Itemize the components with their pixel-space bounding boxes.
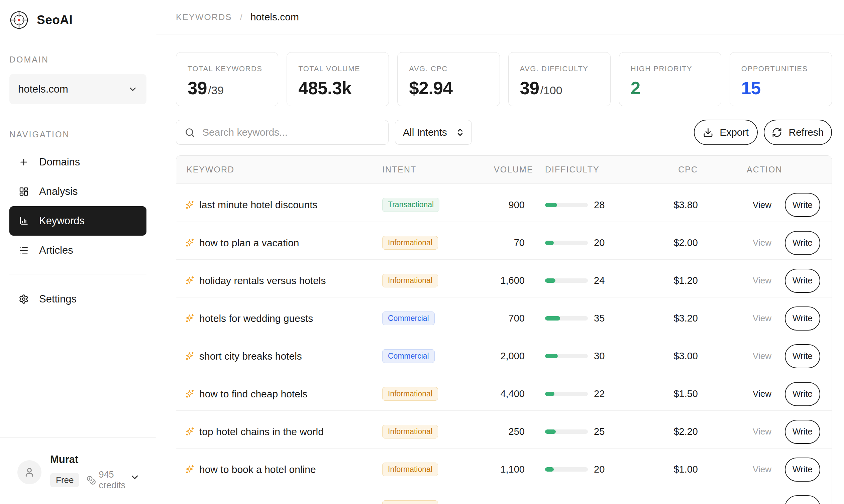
keyword-text: last minute hotel discounts [199,199,318,211]
table-row: holiday rentals versus hotelsInformation… [176,259,832,297]
user-info: Murat Free 945 credits [50,453,129,491]
difficulty-cell: 22 [525,389,651,399]
write-button[interactable]: Write [785,382,820,406]
action-cell: ViewWrite [698,269,832,293]
column-header-volume: VOLUME [494,165,525,175]
bar-chart-icon [19,216,29,226]
sidebar-item-analysis[interactable]: Analysis [10,177,146,206]
sidebar-item-label: Keywords [39,215,85,227]
difficulty-value: 22 [594,389,604,399]
search-box [176,120,389,145]
sparkles-icon [185,465,195,474]
user-icon [23,466,35,478]
action-cell: ViewWrite [698,420,832,444]
user-meta: Free 945 credits [50,470,129,491]
intent-filter-value: All Intents [403,127,447,138]
view-link[interactable]: View [753,313,771,324]
difficulty-cell: 20 [525,464,651,475]
avatar [17,460,41,484]
volume-value: 70 [494,237,525,248]
volume-value: 1,100 [494,464,525,475]
view-link[interactable]: View [753,389,771,399]
keyword-text: how to find cheap hotels [199,389,307,400]
keyword-cell: short city breaks hotels [176,350,382,362]
action-cell: ViewWrite [698,231,832,255]
crosshair-target-icon [10,11,29,30]
column-header-action: ACTION [698,165,832,175]
list-icon [19,245,29,255]
sparkles-icon [185,389,195,399]
volume-value: 900 [494,199,525,211]
view-link[interactable]: View [753,200,771,210]
difficulty-bar-fill [545,203,557,207]
write-button[interactable]: Write [785,344,820,368]
stat-card-value-row: 2 [631,78,709,98]
write-button[interactable]: Write [785,495,820,504]
refresh-button[interactable]: Refresh [764,120,832,145]
view-link[interactable]: View [753,427,771,437]
stat-card: AVG. DIFFICULTY39/100 [508,52,611,106]
table-body: last minute hotel discountsTransactional… [176,184,832,504]
user-menu-chevron-down-icon[interactable] [129,472,140,484]
view-link[interactable]: View [753,351,771,361]
write-button[interactable]: Write [785,193,820,217]
difficulty-cell: 35 [525,313,651,324]
intent-badge: Commercial [382,311,435,325]
intent-cell: Commercial [382,311,494,325]
stat-card: AVG. CPC$2.94 [397,52,499,106]
intent-cell: Informational [382,236,494,250]
sidebar-item-settings[interactable]: Settings [10,284,146,314]
export-button[interactable]: Export [694,120,758,145]
difficulty-bar-fill [545,467,554,472]
gear-icon [19,294,29,304]
difficulty-value: 30 [594,350,604,362]
keyword-cell: hotels for wedding guests [176,313,382,324]
intent-cell: Informational [382,274,494,287]
view-link[interactable]: View [753,238,771,248]
difficulty-bar [545,467,588,472]
keyword-cell: top hotel chains in the world [176,426,382,437]
intent-badge: Informational [382,387,438,401]
difficulty-cell: 24 [525,275,651,286]
nav-section: NAVIGATION DomainsAnalysisKeywordsArticl… [0,116,156,265]
stat-card-value: 39 [520,78,539,98]
action-cell: ViewWrite [698,382,832,406]
domain-select[interactable]: hotels.com [10,74,146,104]
write-button[interactable]: Write [785,306,820,330]
stat-card: HIGH PRIORITY2 [619,52,721,106]
column-header-keyword: KEYWORD [176,165,382,175]
sidebar-item-label: Articles [39,244,73,256]
write-button[interactable]: Write [785,269,820,293]
write-button[interactable]: Write [785,231,820,255]
search-input[interactable] [202,127,385,138]
sparkles-icon [185,427,195,436]
view-link[interactable]: View [753,275,771,286]
refresh-icon [772,127,782,138]
difficulty-bar [545,354,588,358]
stat-card-label: AVG. CPC [409,65,488,73]
dashboard-icon [19,186,29,197]
difficulty-value: 35 [594,313,604,324]
intent-cell: Informational [382,387,494,401]
breadcrumb-root[interactable]: KEYWORDS [176,12,232,22]
stat-card: TOTAL VOLUME485.3k [286,52,389,106]
difficulty-value: 20 [594,464,604,475]
keyword-cell: how to find cheap hotels [176,389,382,400]
stat-card-label: HIGH PRIORITY [631,65,709,73]
intent-filter-select[interactable]: All Intents [395,120,472,145]
sidebar-item-domains[interactable]: Domains [10,147,146,177]
stat-card: TOTAL KEYWORDS39/39 [176,52,278,106]
view-link[interactable]: View [753,464,771,474]
intent-cell: Informational [382,463,494,476]
keyword-cell: how to book a hotel online [176,464,382,475]
nav-list: DomainsAnalysisKeywordsArticles [10,147,146,265]
sidebar-item-keywords[interactable]: Keywords [10,206,146,236]
user-area[interactable]: Murat Free 945 credits [0,437,156,504]
keyword-text: how to book a hotel online [199,464,316,475]
sidebar-item-articles[interactable]: Articles [10,236,146,265]
write-button[interactable]: Write [785,420,820,444]
domain-section: DOMAIN hotels.com [0,40,156,116]
intent-cell: Transactional [382,198,494,212]
write-button[interactable]: Write [785,457,820,482]
domain-section-label: DOMAIN [10,55,146,65]
